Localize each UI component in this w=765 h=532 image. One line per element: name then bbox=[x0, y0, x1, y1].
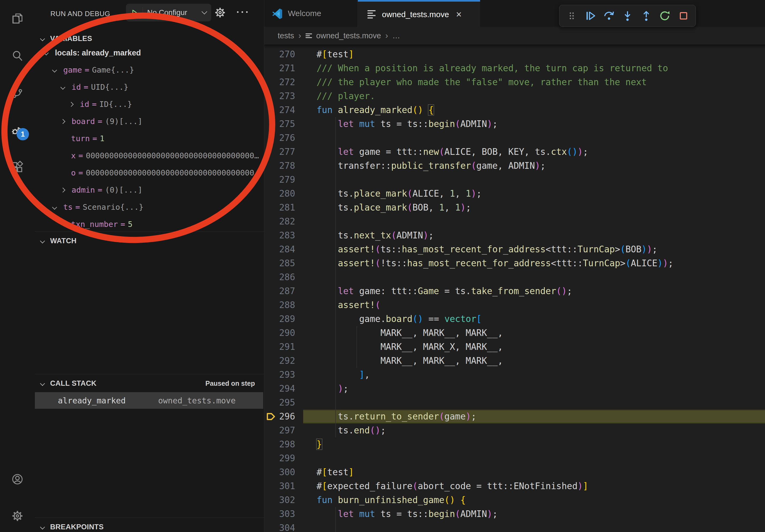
line-number[interactable]: 293 bbox=[264, 368, 303, 382]
code-line[interactable]: 301#[expected_failure(abort_code = ttt::… bbox=[264, 479, 765, 493]
chevron-right-icon[interactable] bbox=[60, 119, 65, 124]
debug-settings-gear-icon[interactable] bbox=[214, 6, 226, 19]
line-number[interactable]: 304 bbox=[264, 521, 303, 532]
start-debug-icon[interactable] bbox=[126, 8, 143, 17]
code-line[interactable]: 279 bbox=[264, 173, 765, 187]
line-number[interactable]: 302 bbox=[264, 493, 303, 507]
code-line[interactable]: 284 assert!(ts::has_most_recent_for_addr… bbox=[264, 242, 765, 256]
account-icon[interactable] bbox=[11, 473, 24, 486]
tab-owned-tests-move[interactable]: owned_tests.move × bbox=[358, 0, 480, 27]
line-number[interactable]: 296 bbox=[264, 409, 303, 423]
line-number[interactable]: 295 bbox=[264, 396, 303, 409]
code-line[interactable]: 287 let game: ttt::Game = ts.take_from_s… bbox=[264, 284, 765, 298]
variable-row[interactable]: admin=(0)[...] bbox=[35, 181, 264, 198]
line-number[interactable]: 280 bbox=[264, 187, 303, 201]
line-number[interactable]: 287 bbox=[264, 284, 303, 298]
code-line[interactable]: 295 bbox=[264, 396, 765, 409]
line-number[interactable]: 270 bbox=[264, 47, 303, 61]
code-line[interactable]: 277 let game = ttt::new(ALICE, BOB, KEY,… bbox=[264, 145, 765, 159]
code-line[interactable]: 292 MARK__, MARK__, MARK__, bbox=[264, 354, 765, 368]
line-number[interactable]: 286 bbox=[264, 270, 303, 284]
restart-icon[interactable] bbox=[658, 9, 671, 22]
line-number[interactable]: 278 bbox=[264, 159, 303, 173]
stop-icon[interactable] bbox=[677, 9, 690, 22]
tab-welcome[interactable]: Welcome bbox=[264, 0, 358, 27]
line-number[interactable]: 298 bbox=[264, 437, 303, 451]
code-line[interactable]: 300#[test] bbox=[264, 465, 765, 479]
chevron-right-icon[interactable] bbox=[69, 102, 73, 107]
more-actions-icon[interactable] bbox=[237, 11, 248, 13]
code-line[interactable]: 273/// player. bbox=[264, 89, 765, 103]
code-line[interactable]: 286 bbox=[264, 270, 765, 284]
code-line[interactable]: 290 MARK__, MARK__, MARK__, bbox=[264, 326, 765, 340]
line-number[interactable]: 297 bbox=[264, 423, 303, 437]
variable-row[interactable]: x=000000000000000000000000000000000000… bbox=[35, 147, 264, 164]
code-line[interactable]: 281 ts.place_mark(BOB, 1, 1); bbox=[264, 201, 765, 215]
line-number[interactable]: 300 bbox=[264, 465, 303, 479]
code-line[interactable]: 289 game.board() == vector[ bbox=[264, 312, 765, 326]
variables-scope-row[interactable]: locals: already_marked bbox=[35, 44, 264, 61]
line-number[interactable]: 288 bbox=[264, 298, 303, 312]
line-number[interactable]: 274 bbox=[264, 103, 303, 117]
code-line[interactable]: 303 let mut ts = ts::begin(ADMIN); bbox=[264, 507, 765, 521]
code-line[interactable]: 297 ts.end(); bbox=[264, 423, 765, 437]
step-into-icon[interactable] bbox=[621, 9, 634, 22]
line-number[interactable]: 283 bbox=[264, 228, 303, 242]
code-line[interactable]: 275 let mut ts = ts::begin(ADMIN); bbox=[264, 117, 765, 131]
line-number[interactable]: 277 bbox=[264, 145, 303, 159]
continue-icon[interactable] bbox=[584, 9, 597, 22]
variable-row[interactable]: id=ID{...} bbox=[35, 96, 264, 113]
line-number[interactable]: 303 bbox=[264, 507, 303, 521]
explorer-icon[interactable] bbox=[11, 12, 24, 25]
extensions-icon[interactable] bbox=[11, 161, 24, 173]
source-control-icon[interactable] bbox=[11, 86, 24, 99]
step-over-icon[interactable] bbox=[602, 9, 615, 22]
variable-row[interactable]: o=000000000000000000000000000000000000… bbox=[35, 164, 264, 181]
variable-row[interactable]: turn=1 bbox=[35, 130, 264, 147]
line-number[interactable]: 272 bbox=[264, 75, 303, 89]
line-number[interactable]: 299 bbox=[264, 451, 303, 465]
line-number[interactable]: 301 bbox=[264, 479, 303, 493]
code-editor[interactable]: 270#[test]271/// When a position is alre… bbox=[264, 45, 765, 532]
breadcrumb-item-file[interactable]: owned_tests.move bbox=[316, 31, 381, 40]
code-line[interactable]: 270#[test] bbox=[264, 47, 765, 61]
code-line[interactable]: 288 assert!( bbox=[264, 298, 765, 312]
line-number[interactable]: 271 bbox=[264, 61, 303, 75]
breadcrumb-item-tests[interactable]: tests bbox=[278, 31, 294, 40]
toolbar-drag-grip[interactable] bbox=[565, 9, 578, 22]
code-line[interactable]: 280 ts.place_mark(ALICE, 1, 1); bbox=[264, 187, 765, 201]
step-out-icon[interactable] bbox=[640, 9, 653, 22]
breadcrumb-item-symbol[interactable]: … bbox=[392, 31, 400, 40]
line-number[interactable]: 284 bbox=[264, 242, 303, 256]
search-icon[interactable] bbox=[11, 50, 24, 62]
call-stack-section-header[interactable]: CALL STACK Paused on step bbox=[35, 376, 264, 391]
close-icon[interactable]: × bbox=[456, 10, 461, 19]
line-number[interactable]: 294 bbox=[264, 382, 303, 396]
line-number[interactable]: 276 bbox=[264, 131, 303, 145]
code-line[interactable]: 282 bbox=[264, 215, 765, 228]
code-line[interactable]: 293 ], bbox=[264, 368, 765, 382]
code-line[interactable]: 304 bbox=[264, 521, 765, 532]
breakpoints-section-header[interactable]: BREAKPOINTS bbox=[35, 519, 264, 532]
code-line[interactable]: 272/// the player who made the "false" m… bbox=[264, 75, 765, 89]
line-number[interactable]: 275 bbox=[264, 117, 303, 131]
chevron-down-icon[interactable] bbox=[44, 50, 49, 55]
variable-row[interactable]: ts=Scenario{...} bbox=[35, 198, 264, 216]
code-line[interactable]: 298} bbox=[264, 437, 765, 451]
chevron-down-icon[interactable] bbox=[52, 205, 57, 209]
chevron-down-icon[interactable] bbox=[60, 85, 65, 90]
line-number[interactable]: 279 bbox=[264, 173, 303, 187]
variable-row[interactable]: id=UID{...} bbox=[35, 79, 264, 96]
code-line[interactable]: 276 bbox=[264, 131, 765, 145]
variable-row[interactable]: game=Game{...} bbox=[35, 61, 264, 79]
code-line[interactable]: 296 ts.return_to_sender(game); bbox=[264, 409, 765, 423]
chevron-down-icon[interactable] bbox=[52, 68, 57, 72]
line-number[interactable]: 273 bbox=[264, 89, 303, 103]
code-line[interactable]: 294 ); bbox=[264, 382, 765, 396]
variable-row[interactable]: board=(9)[...] bbox=[35, 113, 264, 130]
line-number[interactable]: 282 bbox=[264, 215, 303, 228]
line-number[interactable]: 281 bbox=[264, 201, 303, 215]
variable-row[interactable]: txn_number=5 bbox=[35, 216, 264, 233]
watch-section-header[interactable]: WATCH bbox=[35, 233, 264, 249]
line-number[interactable]: 291 bbox=[264, 340, 303, 354]
